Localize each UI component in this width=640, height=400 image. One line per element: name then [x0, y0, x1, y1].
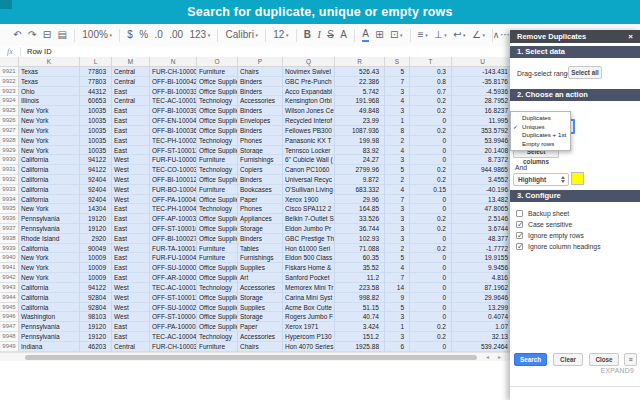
cell[interactable]: 35.52: [335, 263, 385, 273]
cell[interactable]: Tennsco Locker: [283, 146, 335, 156]
cell[interactable]: 29.96: [335, 195, 385, 205]
cell[interactable]: Canon PC1060: [283, 165, 335, 175]
select-all-button[interactable]: Select all: [568, 66, 602, 79]
cell[interactable]: 87.1962: [452, 283, 514, 293]
row-header[interactable]: 9935: [0, 204, 19, 214]
cell[interactable]: OFF-BI-100027: [150, 234, 197, 244]
cell[interactable]: 14304: [80, 204, 112, 214]
cell[interactable]: Pennsylvania: [19, 224, 80, 234]
cell[interactable]: East: [112, 273, 150, 283]
cell[interactable]: Furniture: [197, 244, 238, 254]
cell[interactable]: 22.386: [335, 77, 385, 87]
cell[interactable]: 0.7: [410, 87, 452, 97]
cell[interactable]: 10035: [80, 126, 112, 136]
cell[interactable]: 14: [385, 283, 410, 293]
cell[interactable]: Storage: [238, 293, 283, 303]
cell[interactable]: Technology: [197, 136, 238, 146]
cell[interactable]: 10009: [80, 273, 112, 283]
zoom-select[interactable]: 100%▾: [82, 24, 112, 46]
cell[interactable]: 3.4552: [452, 175, 514, 185]
cell[interactable]: 8.7372: [452, 155, 514, 165]
cell[interactable]: Office Supplies: [197, 175, 238, 185]
cell[interactable]: 19120: [80, 322, 112, 332]
cell[interactable]: Furniture: [197, 185, 238, 195]
column-header[interactable]: M: [112, 57, 150, 67]
cell[interactable]: OFF-SU-100008: [150, 263, 197, 273]
cell[interactable]: East: [112, 214, 150, 224]
cell[interactable]: OFF-BI-100036: [150, 126, 197, 136]
cell[interactable]: OFF-BI-100012: [150, 175, 197, 185]
cell[interactable]: FUR-CH-100037: [150, 342, 197, 352]
cell[interactable]: East: [112, 136, 150, 146]
cell[interactable]: 526.43: [335, 67, 385, 77]
cell[interactable]: 2: [385, 175, 410, 185]
borders-icon[interactable]: ⊞: [375, 24, 383, 46]
cell[interactable]: 44312: [80, 87, 112, 97]
cell[interactable]: Paper: [238, 195, 283, 205]
cell[interactable]: OFF-ST-100011: [150, 293, 197, 303]
cell[interactable]: OFF-PA-100003: [150, 322, 197, 332]
cell[interactable]: 1.07: [452, 322, 514, 332]
cell[interactable]: Office Supplies: [197, 146, 238, 156]
cell[interactable]: 0: [410, 263, 452, 273]
cell[interactable]: OFF-EN-100043: [150, 116, 197, 126]
cell[interactable]: 92404: [80, 185, 112, 195]
increase-decimal-icon[interactable]: .00: [169, 24, 183, 46]
cell[interactable]: 3: [385, 87, 410, 97]
cell[interactable]: California: [19, 175, 80, 185]
cell[interactable]: 0: [410, 253, 452, 263]
cell[interactable]: 0.8: [410, 77, 452, 87]
cell[interactable]: 0.2: [410, 332, 452, 342]
cell[interactable]: Central: [112, 77, 150, 87]
cell[interactable]: California: [19, 195, 80, 205]
cell[interactable]: Office Supplies: [197, 312, 238, 322]
text-color-icon[interactable]: A: [340, 24, 347, 46]
cell[interactable]: Appliances: [238, 214, 283, 224]
cell[interactable]: 9: [385, 293, 410, 303]
cell[interactable]: 102.93: [335, 234, 385, 244]
cell[interactable]: 19120: [80, 332, 112, 342]
cell[interactable]: Xerox 1971: [283, 322, 335, 332]
column-header[interactable]: L: [80, 57, 112, 67]
text-wrap-icon[interactable]: ↩▾: [453, 24, 465, 46]
cell[interactable]: West: [112, 244, 150, 254]
cell[interactable]: 0: [410, 273, 452, 283]
cell[interactable]: 98103: [80, 312, 112, 322]
cell[interactable]: Office Supplies: [197, 322, 238, 332]
cell[interactable]: 0: [410, 234, 452, 244]
undo-icon[interactable]: ↶: [13, 24, 21, 46]
cell[interactable]: 10035: [80, 116, 112, 126]
cell[interactable]: 33.526: [335, 214, 385, 224]
checkbox[interactable]: ✓: [516, 221, 523, 228]
cell[interactable]: 2920: [80, 234, 112, 244]
cell[interactable]: 4: [385, 96, 410, 106]
row-header[interactable]: 9944: [0, 293, 19, 303]
cell[interactable]: 199.98: [335, 136, 385, 146]
cell[interactable]: 9.872: [335, 175, 385, 185]
cell[interactable]: 3.6744: [452, 224, 514, 234]
cell[interactable]: 36.744: [335, 224, 385, 234]
cell[interactable]: 3: [385, 204, 410, 214]
cell[interactable]: 0.3: [410, 67, 452, 77]
cell[interactable]: 92804: [80, 303, 112, 313]
row-header[interactable]: 9923: [0, 87, 19, 97]
decrease-decimal-icon[interactable]: .0: [155, 24, 163, 46]
cell[interactable]: FUR-FU-100002: [150, 155, 197, 165]
cell[interactable]: 164.85: [335, 204, 385, 214]
font-size-select[interactable]: 12▾: [273, 24, 288, 46]
cell[interactable]: East: [112, 116, 150, 126]
cell[interactable]: 7: [385, 273, 410, 283]
cell[interactable]: Novimex Swivel: [283, 67, 335, 77]
action-menu-item[interactable]: Empty rows: [511, 140, 570, 149]
cell[interactable]: 20.1408: [452, 146, 514, 156]
cell[interactable]: Sanford Pocket: [283, 273, 335, 283]
cell[interactable]: 32.13: [452, 332, 514, 342]
cell[interactable]: OFF-ST-100016: [150, 224, 197, 234]
cell[interactable]: 5: [385, 67, 410, 77]
cell[interactable]: Washington: [19, 312, 80, 322]
cell[interactable]: 0.2: [410, 322, 452, 332]
cell[interactable]: California: [19, 293, 80, 303]
cell[interactable]: 71.088: [335, 244, 385, 254]
column-header[interactable]: K: [19, 57, 80, 67]
row-header[interactable]: 9937: [0, 224, 19, 234]
